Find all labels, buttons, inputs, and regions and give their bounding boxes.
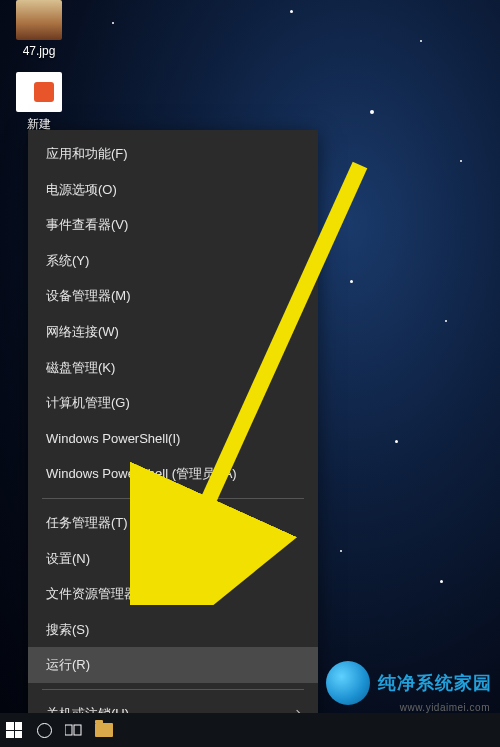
star (290, 10, 293, 13)
menu-separator (42, 498, 304, 499)
menu-item-label: 系统(Y) (46, 253, 89, 269)
star (395, 440, 398, 443)
star (112, 22, 114, 24)
menu-item-power-options[interactable]: 电源选项(O) (28, 172, 318, 208)
menu-item-settings[interactable]: 设置(N) (28, 541, 318, 577)
start-button[interactable] (4, 720, 24, 740)
menu-item-apps-features[interactable]: 应用和功能(F) (28, 136, 318, 172)
menu-item-file-explorer[interactable]: 文件资源管理器(E) (28, 576, 318, 612)
windows-logo-icon (6, 722, 22, 738)
menu-item-network-connections[interactable]: 网络连接(W) (28, 314, 318, 350)
watermark-url: www.yidaimei.com (400, 702, 490, 713)
star (440, 580, 443, 583)
cortana-button[interactable] (34, 720, 54, 740)
star (420, 40, 422, 42)
menu-separator (42, 689, 304, 690)
watermark-text: 纯净系统家园 (378, 671, 492, 695)
menu-item-label: 运行(R) (46, 657, 90, 673)
folder-icon (95, 723, 113, 737)
svg-rect-3 (74, 725, 81, 735)
menu-item-label: 设备管理器(M) (46, 288, 131, 304)
menu-item-label: 网络连接(W) (46, 324, 119, 340)
taskbar (0, 713, 500, 747)
menu-item-label: 任务管理器(T) (46, 515, 128, 531)
winx-context-menu: 应用和功能(F) 电源选项(O) 事件查看器(V) 系统(Y) 设备管理器(M)… (28, 130, 318, 747)
menu-item-label: 应用和功能(F) (46, 146, 128, 162)
task-view-button[interactable] (64, 720, 84, 740)
task-view-icon (65, 723, 83, 737)
menu-item-label: Windows PowerShell(I) (46, 431, 180, 447)
star (370, 110, 374, 114)
file-thumbnail-icon (16, 72, 62, 112)
image-thumbnail-icon (16, 0, 62, 40)
menu-item-label: 搜索(S) (46, 622, 89, 638)
menu-item-label: 设置(N) (46, 551, 90, 567)
star (350, 280, 353, 283)
gear-icon (326, 661, 370, 705)
menu-item-event-viewer[interactable]: 事件查看器(V) (28, 207, 318, 243)
menu-item-computer-management[interactable]: 计算机管理(G) (28, 385, 318, 421)
menu-item-device-manager[interactable]: 设备管理器(M) (28, 278, 318, 314)
svg-rect-2 (65, 725, 72, 735)
menu-item-label: 磁盘管理(K) (46, 360, 115, 376)
star (460, 160, 462, 162)
file-explorer-button[interactable] (94, 720, 114, 740)
menu-item-label: 事件查看器(V) (46, 217, 128, 233)
desktop-icon-label: 47.jpg (4, 44, 74, 58)
star (445, 320, 447, 322)
desktop[interactable]: 47.jpg 新建 Micr 应用和功能(F) 电源选项(O) 事件查看器(V)… (0, 0, 500, 747)
desktop-icon-image[interactable]: 47.jpg (4, 0, 74, 58)
menu-item-search[interactable]: 搜索(S) (28, 612, 318, 648)
menu-item-powershell[interactable]: Windows PowerShell(I) (28, 421, 318, 457)
menu-item-run[interactable]: 运行(R) (28, 647, 318, 683)
menu-item-label: 计算机管理(G) (46, 395, 130, 411)
menu-item-task-manager[interactable]: 任务管理器(T) (28, 505, 318, 541)
menu-item-powershell-admin[interactable]: Windows PowerShell (管理员)(A) (28, 456, 318, 492)
menu-item-system[interactable]: 系统(Y) (28, 243, 318, 279)
menu-item-label: 文件资源管理器(E) (46, 586, 154, 602)
menu-item-disk-management[interactable]: 磁盘管理(K) (28, 350, 318, 386)
watermark-logo: 纯净系统家园 (326, 661, 492, 705)
menu-item-label: 电源选项(O) (46, 182, 117, 198)
star (340, 550, 342, 552)
cortana-icon (37, 723, 52, 738)
menu-item-label: Windows PowerShell (管理员)(A) (46, 466, 237, 482)
